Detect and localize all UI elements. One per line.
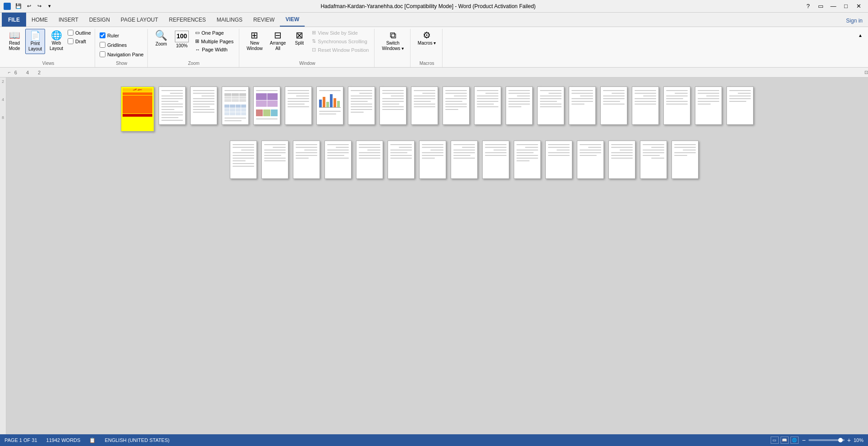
- print-layout-button[interactable]: 📄 PrintLayout: [25, 29, 45, 54]
- page-thumb-21[interactable]: [230, 141, 257, 179]
- page-thumb-18[interactable]: [663, 86, 690, 125]
- page-thumb-30[interactable]: [514, 141, 541, 179]
- collapse-ribbon-button[interactable]: ▲: [854, 31, 866, 40]
- new-window-button[interactable]: ⊞ NewWindow: [244, 29, 265, 53]
- read-mode-view-icon[interactable]: 📖: [781, 437, 789, 444]
- page-thumb-6[interactable]: [285, 86, 312, 125]
- split-button[interactable]: ⊠ Split: [290, 29, 308, 48]
- view-side-by-side-button[interactable]: ⊞ View Side by Side: [310, 29, 370, 36]
- page-thumb-7[interactable]: [316, 86, 343, 125]
- zoom-small-buttons: ▭ One Page ⊞ Multiple Pages ↔ Page Width: [193, 29, 235, 53]
- tab-references[interactable]: REFERENCES: [164, 13, 211, 27]
- ribbon: 📖 ReadMode 📄 PrintLayout 🌐 WebLayout Out…: [0, 27, 868, 68]
- page-thumb-31[interactable]: [545, 141, 572, 179]
- gridlines-checkbox[interactable]: Gridlines: [100, 41, 127, 49]
- page-thumb-13[interactable]: [506, 86, 533, 125]
- page-thumb-14[interactable]: [537, 86, 564, 125]
- page-thumb-4[interactable]: [222, 86, 249, 125]
- page-thumb-29[interactable]: [482, 141, 509, 179]
- outline-check[interactable]: [68, 30, 73, 36]
- multiple-pages-button[interactable]: ⊞ Multiple Pages: [193, 37, 235, 45]
- document-check-icon[interactable]: 📋: [89, 437, 96, 443]
- page-thumb-2[interactable]: [159, 86, 186, 125]
- page-thumb-22[interactable]: [261, 141, 288, 179]
- page-thumb-26[interactable]: [388, 141, 415, 179]
- read-mode-button[interactable]: 📖 ReadMode: [5, 29, 23, 53]
- sign-in-link[interactable]: Sign in: [841, 15, 868, 27]
- redo-button[interactable]: ↪: [35, 2, 44, 10]
- customize-qa-button[interactable]: ▾: [45, 2, 54, 10]
- save-quickaccess-button[interactable]: 💾: [14, 2, 23, 10]
- document-area[interactable]: تحقيق آنلاين: [6, 77, 868, 434]
- page-thumb-27[interactable]: [419, 141, 446, 179]
- undo-button[interactable]: ↩: [24, 2, 33, 10]
- zoom-out-button[interactable]: −: [802, 437, 806, 444]
- ruler-checkbox[interactable]: Ruler: [100, 32, 119, 39]
- page-thumb-5[interactable]: [253, 86, 280, 125]
- one-page-button[interactable]: ▭ One Page: [193, 29, 235, 36]
- ruler-toggle-button[interactable]: ⊡: [864, 70, 868, 75]
- page-thumb-23[interactable]: [293, 141, 320, 179]
- navigation-pane-checkbox[interactable]: Navigation Pane: [100, 50, 144, 58]
- page-thumb-3[interactable]: [190, 86, 217, 125]
- tab-view[interactable]: VIEW: [280, 13, 305, 27]
- tab-page-layout[interactable]: PAGE LAYOUT: [115, 13, 164, 27]
- web-layout-button[interactable]: 🌐 WebLayout: [47, 29, 66, 53]
- arrange-all-button[interactable]: ⊟ ArrangeAll: [267, 29, 289, 53]
- page-thumb-10[interactable]: [411, 86, 438, 125]
- page-thumb-12[interactable]: [474, 86, 501, 125]
- page-thumb-8[interactable]: [348, 86, 375, 125]
- page-thumb-9[interactable]: [379, 86, 407, 125]
- reset-window-position-button[interactable]: ⊡ Reset Window Position: [310, 46, 370, 54]
- page-thumb-19[interactable]: [695, 86, 722, 125]
- draft-check[interactable]: [68, 38, 73, 44]
- page-thumb-17[interactable]: [632, 86, 659, 125]
- web-layout-view-icon[interactable]: 🌐: [790, 437, 799, 444]
- draft-checkbox[interactable]: Draft: [68, 37, 91, 45]
- help-button[interactable]: ?: [802, 2, 814, 11]
- views-content: 📖 ReadMode 📄 PrintLayout 🌐 WebLayout Out…: [5, 29, 91, 61]
- page-thumb-20[interactable]: [726, 86, 754, 125]
- page-thumb-35[interactable]: [672, 141, 699, 179]
- macros-button[interactable]: ⚙ Macros ▾: [415, 29, 439, 48]
- outline-checkbox[interactable]: Outline: [68, 29, 91, 36]
- zoom-100-button[interactable]: 100 100%: [172, 29, 192, 50]
- tab-review[interactable]: REVIEW: [248, 13, 280, 27]
- page-thumb-1[interactable]: تحقيق آنلاين: [121, 86, 154, 132]
- zoom-thumb[interactable]: [838, 438, 843, 442]
- zoom-in-button[interactable]: +: [847, 437, 851, 444]
- tab-insert[interactable]: INSERT: [53, 13, 84, 27]
- maximize-button[interactable]: □: [840, 2, 852, 11]
- tab-design[interactable]: DESIGN: [84, 13, 115, 27]
- switch-windows-button[interactable]: ⧉ SwitchWindows ▾: [379, 29, 406, 53]
- zoom-track[interactable]: [809, 439, 845, 441]
- zoom-button[interactable]: 🔍 Zoom: [152, 29, 170, 49]
- pages-row-1: تحقيق آنلاين: [121, 86, 754, 132]
- page-thumb-11[interactable]: [443, 86, 470, 125]
- page-thumb-25[interactable]: [356, 141, 383, 179]
- tab-file[interactable]: FILE: [2, 13, 26, 27]
- multiple-pages-label: Multiple Pages: [201, 39, 233, 44]
- navigation-pane-check[interactable]: [100, 51, 105, 57]
- tab-home[interactable]: HOME: [26, 13, 53, 27]
- page-thumb-28[interactable]: [451, 141, 478, 179]
- chart-visual: [319, 94, 341, 108]
- ruler-check[interactable]: [100, 32, 105, 38]
- page-thumb-16[interactable]: [600, 86, 627, 125]
- sync-scrolling-button[interactable]: ⇅ Synchronous Scrolling: [310, 37, 370, 45]
- minimize-button[interactable]: —: [827, 2, 839, 11]
- page-thumb-33[interactable]: [608, 141, 635, 179]
- print-layout-view-icon[interactable]: ▭: [771, 437, 779, 444]
- ribbon-group-views: 📖 ReadMode 📄 PrintLayout 🌐 WebLayout Out…: [2, 29, 95, 67]
- page-thumb-32[interactable]: [577, 141, 604, 179]
- page-width-button[interactable]: ↔ Page Width: [193, 46, 235, 53]
- page-thumb-34[interactable]: [640, 141, 667, 179]
- page-thumb-24[interactable]: [324, 141, 352, 179]
- gridlines-check[interactable]: [100, 42, 105, 48]
- switch-windows-label: SwitchWindows ▾: [382, 41, 403, 51]
- tab-mailings[interactable]: MAILINGS: [211, 13, 248, 27]
- page-thumb-15[interactable]: [569, 86, 596, 125]
- language-indicator[interactable]: ENGLISH (UNITED STATES): [105, 437, 169, 443]
- close-button[interactable]: ✕: [853, 2, 864, 11]
- ribbon-toggle-button[interactable]: ▭: [815, 2, 827, 11]
